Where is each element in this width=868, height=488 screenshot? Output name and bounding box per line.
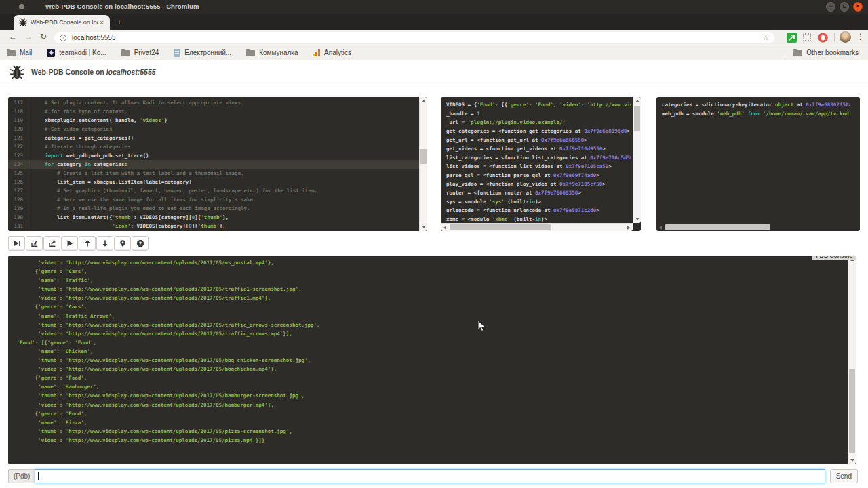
extension-green-icon[interactable] bbox=[787, 33, 797, 43]
maximize-icon bbox=[843, 5, 846, 8]
page-title-host: localhost:5555 bbox=[106, 68, 156, 76]
next-button[interactable] bbox=[8, 236, 25, 251]
bug-logo-icon bbox=[9, 65, 24, 80]
bookmark-item-elektronnyi[interactable]: Електронний... bbox=[174, 49, 231, 57]
code-line: 119 xbmcplugin.setContent(_handle, 'vide… bbox=[8, 116, 419, 125]
tab-close-button[interactable]: × bbox=[98, 18, 106, 26]
minimize-button[interactable]: – bbox=[826, 2, 835, 12]
pdb-console-panel: PDB Console 'video': 'http://www.vidspla… bbox=[8, 256, 856, 464]
debugger-controls: ? bbox=[8, 236, 149, 251]
pdb-prompt-bar: (Pdb) Send bbox=[8, 469, 858, 483]
page-icon bbox=[174, 49, 180, 57]
step-button[interactable] bbox=[26, 236, 43, 251]
tab-strip: Web-PDB Console on loca × + bbox=[0, 14, 868, 30]
pdb-prompt-label: (Pdb) bbox=[8, 469, 35, 483]
code-line: 121 categories = get_categories() bbox=[8, 134, 419, 142]
code-line: 117 # Set plugin content. It allows Kodi… bbox=[8, 98, 419, 107]
tab-title: Web-PDB Console on loca bbox=[31, 19, 98, 26]
continue-icon bbox=[66, 239, 74, 247]
site-header: Web-PDB Console on localhost:5555 bbox=[0, 60, 868, 85]
back-icon[interactable]: ← bbox=[9, 32, 17, 41]
kodi-favicon-icon bbox=[47, 49, 55, 57]
folder-icon bbox=[246, 50, 255, 56]
site-info-icon[interactable]: i bbox=[60, 35, 66, 41]
browser-toolbar: ← → ↻ i localhost:5555 ☆ ⋮ bbox=[0, 30, 868, 45]
step-next-icon bbox=[13, 239, 21, 247]
locals-panel: Locals categories = <dictionary-keyitera… bbox=[656, 97, 860, 231]
globals-horizontal-scrollbar[interactable] bbox=[441, 223, 633, 231]
folder-icon bbox=[121, 50, 130, 56]
window-icon-dot bbox=[19, 4, 24, 9]
new-tab-button[interactable]: + bbox=[117, 18, 122, 26]
scrollbar-thumb[interactable] bbox=[665, 224, 770, 230]
bookmark-item-privat24[interactable]: Privat24 bbox=[121, 49, 159, 56]
current-file-panel: Current file: main.py(124) 117 # Set plu… bbox=[8, 97, 427, 231]
web-pdb-page: Web-PDB Console on localhost:5555 Curren… bbox=[0, 60, 868, 488]
browser-tab[interactable]: Web-PDB Console on loca × bbox=[14, 15, 110, 30]
close-button[interactable]: × bbox=[853, 2, 863, 12]
window-title: Web-PDB Console on localhost:5555 - Chro… bbox=[45, 3, 199, 10]
other-bookmarks-button[interactable]: Other bookmarks bbox=[785, 49, 859, 56]
scrollbar-thumb[interactable] bbox=[849, 369, 855, 453]
svg-text:?: ? bbox=[138, 241, 141, 247]
extension-dotted-icon[interactable] bbox=[803, 33, 811, 41]
window-titlebar: Web-PDB Console on localhost:5555 - Chro… bbox=[0, 0, 868, 14]
folder-icon bbox=[793, 50, 802, 56]
code-listing: 117 # Set plugin content. It allows Kodi… bbox=[8, 98, 419, 231]
code-line: 118 # for this type of content. bbox=[8, 107, 419, 116]
bookmark-item-teamkodi[interactable]: teamkodi | Ko... bbox=[47, 49, 106, 57]
pdb-command-input[interactable] bbox=[35, 469, 825, 483]
globals-vertical-scrollbar[interactable] bbox=[633, 97, 641, 223]
toolbar-separator bbox=[834, 33, 835, 42]
scrollbar-thumb[interactable] bbox=[420, 149, 427, 164]
profile-avatar[interactable] bbox=[840, 31, 851, 43]
console-tail: (Pdb) q *** Aborting addon *** bbox=[14, 445, 81, 464]
code-line: 128 # Here we use the same image for all… bbox=[8, 195, 419, 204]
where-pin-icon bbox=[119, 239, 127, 247]
help-button[interactable]: ? bbox=[132, 236, 149, 251]
code-line: 127 # Set graphics (thumbnail, fanart, b… bbox=[8, 186, 419, 195]
down-button[interactable] bbox=[96, 236, 113, 251]
folder-icon bbox=[7, 50, 16, 56]
help-icon: ? bbox=[136, 239, 144, 247]
console-pdb-command: (Pdb) q bbox=[14, 462, 81, 464]
locals-listing: categories = <dictionary-keyiterator obj… bbox=[662, 100, 850, 222]
mouse-cursor bbox=[477, 320, 486, 332]
page-title: Web-PDB Console on localhost:5555 bbox=[31, 68, 156, 76]
send-button[interactable]: Send bbox=[830, 469, 858, 483]
bookmark-star-icon[interactable]: ☆ bbox=[762, 33, 769, 42]
globals-panel: Globals VIDEOS = {'Food': [{'genre': 'Fo… bbox=[441, 97, 641, 231]
maximize-button[interactable] bbox=[840, 2, 849, 12]
scrollbar-thumb[interactable] bbox=[450, 224, 551, 230]
code-line: 122 # Iterate through categories bbox=[8, 142, 419, 151]
pdb-console-label: PDB Console bbox=[812, 256, 856, 260]
text-caret bbox=[38, 472, 39, 480]
extension-red-icon[interactable] bbox=[818, 33, 828, 43]
where-button[interactable] bbox=[114, 236, 131, 251]
continue-button[interactable] bbox=[61, 236, 78, 251]
code-line: 132 'fanart': VIDEOS[category][0]['thumb… bbox=[8, 230, 419, 231]
code-line: 126 list_item = xbmcgui.ListItem(label=c… bbox=[8, 178, 419, 186]
down-arrow-icon bbox=[101, 239, 109, 247]
screen: Web-PDB Console on localhost:5555 - Chro… bbox=[0, 0, 868, 488]
bookmark-item-kommunalka[interactable]: Коммуналка bbox=[246, 49, 298, 56]
return-button[interactable] bbox=[43, 236, 60, 251]
bookmarks-bar: Mail teamkodi | Ko... Privat24 Електронн… bbox=[0, 45, 868, 60]
step-into-icon bbox=[31, 239, 39, 247]
bookmark-item-mail[interactable]: Mail bbox=[7, 49, 32, 56]
scrollbar-thumb[interactable] bbox=[634, 106, 640, 131]
code-line: 123 import web_pdb;web_pdb.set_trace() bbox=[8, 151, 419, 160]
console-output: 'video': 'http://www.vidsplay.com/wp-con… bbox=[14, 258, 845, 445]
reload-icon[interactable]: ↻ bbox=[40, 32, 47, 41]
browser-menu-icon[interactable]: ⋮ bbox=[856, 32, 865, 41]
forward-icon[interactable]: → bbox=[24, 32, 33, 41]
up-button[interactable] bbox=[79, 236, 96, 251]
code-line: 130 list_item.setArt({'thumb': VIDEOS[ca… bbox=[8, 213, 419, 222]
address-bar[interactable]: i localhost:5555 ☆ bbox=[54, 32, 774, 43]
url-text: localhost:5555 bbox=[72, 34, 762, 41]
code-line: 120 # Get video categories bbox=[8, 125, 419, 134]
bookmark-item-analytics[interactable]: Analytics bbox=[313, 49, 351, 56]
console-vertical-scrollbar[interactable] bbox=[848, 256, 856, 464]
code-vertical-scrollbar[interactable] bbox=[419, 97, 427, 231]
bug-favicon-icon bbox=[19, 18, 27, 26]
